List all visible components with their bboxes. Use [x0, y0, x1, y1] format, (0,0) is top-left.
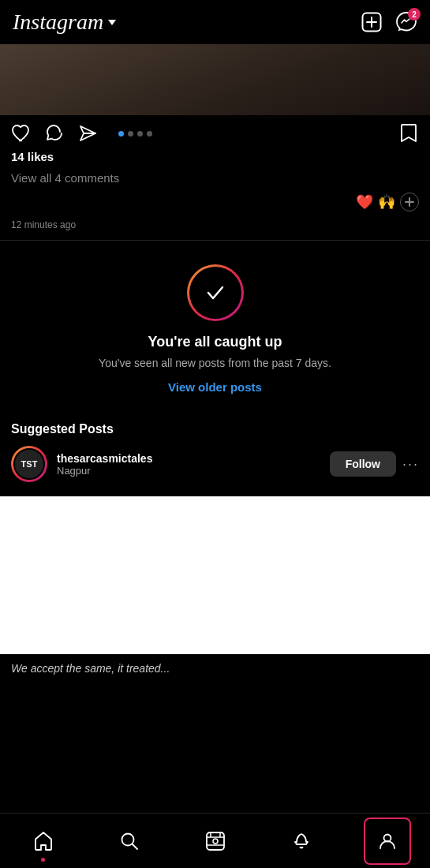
chevron-down-icon[interactable] [108, 20, 116, 25]
follow-button[interactable]: Follow [330, 451, 396, 477]
dot-2 [128, 131, 133, 137]
user-location: Nagpur [57, 465, 152, 477]
dot-3 [137, 131, 143, 137]
messenger-icon[interactable]: 2 [395, 11, 417, 33]
add-post-icon[interactable] [361, 11, 383, 33]
header-right: 2 [361, 11, 417, 33]
post-text-preview: We accept the same, it treated... [0, 654, 430, 683]
username[interactable]: thesarcasmictales [57, 452, 152, 465]
suggested-posts-title: Suggested Posts [11, 422, 419, 436]
view-comments[interactable]: View all 4 comments [0, 168, 430, 188]
user-info: thesarcasmictales Nagpur [57, 452, 152, 477]
caught-up-title: You're all caught up [148, 334, 282, 350]
nav-reels[interactable] [192, 817, 239, 865]
bottom-navigation [0, 813, 430, 868]
view-older-posts-link[interactable]: View older posts [168, 380, 262, 394]
comment-icon[interactable] [44, 123, 65, 144]
svg-line-7 [132, 844, 137, 849]
nav-home[interactable] [20, 817, 67, 865]
app-header: Instagram 2 [0, 0, 430, 44]
nav-notifications[interactable] [278, 817, 325, 865]
suggested-post-image [0, 496, 430, 654]
avatar: TST [13, 448, 45, 480]
post-time: 12 minutes ago [0, 216, 430, 240]
suggested-posts-section: Suggested Posts TST thesarcasmictales Na… [0, 410, 430, 488]
share-icon[interactable] [77, 123, 98, 144]
likes-count[interactable]: 14 likes [0, 148, 430, 168]
suggested-user-left: TST thesarcasmictales Nagpur [11, 446, 152, 482]
emoji-reactions: ❤️ 🙌 [0, 188, 430, 216]
header-left: Instagram [13, 9, 116, 35]
svg-rect-8 [207, 832, 224, 850]
post-actions-bar [0, 115, 430, 148]
nav-profile[interactable] [364, 817, 411, 865]
post-image-top [0, 44, 430, 115]
checkmark-circle [187, 264, 244, 321]
post-actions-left [11, 123, 152, 144]
instagram-logo: Instagram [13, 9, 103, 35]
carousel-dots [118, 131, 152, 137]
nav-search[interactable] [106, 817, 153, 865]
caught-up-section: You're all caught up You've seen all new… [0, 240, 430, 410]
svg-point-9 [213, 839, 218, 844]
home-active-dot [41, 858, 45, 862]
dot-4 [147, 131, 152, 137]
hands-emoji: 🙌 [378, 193, 395, 211]
suggested-user-row: TST thesarcasmictales Nagpur Follow ··· [11, 446, 419, 482]
like-icon[interactable] [11, 123, 32, 144]
caught-up-subtitle: You've seen all new posts from the past … [99, 357, 331, 369]
suggested-user-right: Follow ··· [330, 451, 419, 477]
add-emoji-button[interactable] [400, 193, 419, 211]
notification-badge: 2 [408, 8, 421, 21]
heart-emoji: ❤️ [356, 193, 373, 211]
avatar-container[interactable]: TST [11, 446, 47, 482]
dot-1 [118, 131, 124, 137]
more-options-button[interactable]: ··· [402, 456, 419, 473]
bookmark-icon[interactable] [398, 123, 419, 144]
